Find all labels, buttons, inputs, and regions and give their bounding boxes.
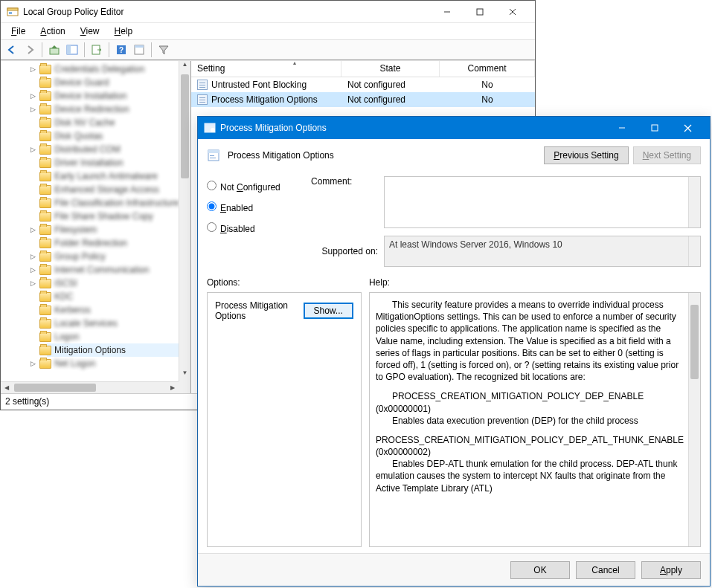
help-label: Help: <box>369 277 701 288</box>
col-state[interactable]: State <box>341 61 440 77</box>
show-button[interactable]: Show... <box>304 303 353 319</box>
expander-icon[interactable]: ▷ <box>29 360 36 367</box>
tree-item[interactable]: ▷Device Redirection <box>47 103 190 116</box>
folder-icon <box>39 306 51 315</box>
filter-button[interactable] <box>155 42 172 58</box>
folder-icon <box>39 105 51 114</box>
tree-item[interactable]: Device Guard <box>47 76 190 89</box>
tree-item-label: KDC <box>54 291 73 302</box>
expander-icon[interactable]: ▷ <box>29 65 36 73</box>
tree-item[interactable]: File Classification Infrastructure <box>47 196 190 210</box>
menu-view[interactable]: View <box>73 25 107 38</box>
folder-icon <box>39 252 51 262</box>
comment-scrollbar[interactable] <box>688 177 700 227</box>
dialog-footer: OK Cancel Apply <box>198 553 710 586</box>
options-box: Process Mitigation Options Show... <box>207 292 362 547</box>
folder-icon <box>39 91 51 101</box>
tree-item[interactable]: Folder Redirection <box>47 236 190 250</box>
next-setting-button: Next Setting <box>633 146 701 164</box>
tree-item-label: Group Policy <box>54 251 106 262</box>
svg-rect-23 <box>208 150 219 153</box>
folder-icon <box>39 145 51 155</box>
comment-textarea[interactable] <box>384 176 701 228</box>
tree-item[interactable]: ▷Group Policy <box>47 250 190 263</box>
folder-icon <box>39 346 51 355</box>
expander-icon[interactable]: ▷ <box>29 280 36 287</box>
dialog-maximize-button[interactable] <box>638 117 671 138</box>
tree-vertical-scrollbar[interactable]: ▲▼ <box>179 61 190 381</box>
tree-item[interactable]: Early Launch Antimalware <box>47 169 190 183</box>
help-paragraph: This security feature provides a means t… <box>376 299 684 383</box>
tree-item[interactable]: ▷Device Installation <box>47 89 190 103</box>
minimize-button[interactable] <box>431 1 464 22</box>
radio-enabled[interactable]: Enabled <box>207 201 304 213</box>
tree-item[interactable]: KDC <box>47 290 190 303</box>
col-comment[interactable]: Comment <box>440 61 535 77</box>
tree-item[interactable]: Disk NV Cache <box>47 116 190 129</box>
dialog-minimize-button[interactable] <box>606 117 638 138</box>
options-item-label: Process Mitigation Options <box>215 300 296 321</box>
expander-icon[interactable]: ▷ <box>29 106 36 113</box>
folder-icon <box>39 239 51 248</box>
tree-item[interactable]: Locale Services <box>47 317 190 330</box>
help-scrollbar[interactable] <box>688 293 700 546</box>
tree-item[interactable]: Kerberos <box>47 303 190 317</box>
tree-item[interactable]: ▷Distributed COM <box>47 143 190 156</box>
comment-label: Comment: <box>311 176 378 187</box>
help-paragraph: Enables DEP-ATL thunk emulation for the … <box>376 458 684 494</box>
export-button[interactable] <box>89 42 105 58</box>
folder-icon <box>39 65 51 74</box>
cancel-button[interactable]: Cancel <box>576 561 635 579</box>
apply-button[interactable]: Apply <box>641 561 701 579</box>
tree-item[interactable]: Driver Installation <box>47 156 190 169</box>
folder-icon <box>39 292 51 302</box>
folder-icon <box>39 225 51 235</box>
radio-not-configured[interactable]: Not Configured <box>207 181 304 193</box>
list-row[interactable]: Process Mitigation OptionsNot configured… <box>191 92 535 107</box>
dialog-close-button[interactable] <box>671 117 704 138</box>
expander-icon[interactable]: ▷ <box>29 92 36 100</box>
forward-button[interactable] <box>22 42 38 58</box>
tree-item[interactable]: ▷Credentials Delegation <box>47 62 190 76</box>
close-button[interactable] <box>496 1 529 22</box>
tree-item-selected[interactable]: Mitigation Options <box>47 343 190 357</box>
menu-action[interactable]: Action <box>33 25 72 38</box>
menu-file[interactable]: File <box>4 25 33 38</box>
tree-item[interactable]: ▷Internet Communication <box>47 263 190 277</box>
toolbar: ? <box>1 39 535 60</box>
tree-item[interactable]: ▷iSCSI <box>47 277 190 290</box>
setting-name: Untrusted Font Blocking <box>211 80 307 90</box>
previous-setting-button[interactable]: Previous Setting <box>544 146 628 164</box>
help-button[interactable]: ? <box>113 42 129 58</box>
tree-item[interactable]: File Share Shadow Copy <box>47 210 190 223</box>
expander-icon[interactable]: ▷ <box>29 146 36 153</box>
list-row[interactable]: Untrusted Font BlockingNot configuredNo <box>191 77 535 92</box>
supported-scrollbar[interactable] <box>688 236 700 266</box>
titlebar: Local Group Policy Editor <box>1 1 535 23</box>
tree-item[interactable]: ▷Filesystem <box>47 223 190 236</box>
radio-disabled[interactable]: Disabled <box>207 222 304 234</box>
expander-icon[interactable]: ▷ <box>29 226 36 233</box>
tree-horizontal-scrollbar[interactable]: ◀▶ <box>1 381 179 393</box>
tree-item-label: Kerberos <box>54 305 91 315</box>
expander-icon[interactable]: ▷ <box>29 253 36 260</box>
tree-item[interactable]: ▷Net Logon <box>47 357 190 370</box>
properties-button[interactable] <box>131 42 147 58</box>
back-button[interactable] <box>4 42 20 58</box>
menu-help[interactable]: Help <box>107 25 141 38</box>
tree-item-label: Filesystem <box>54 224 97 235</box>
tree-item-label: Device Redirection <box>54 104 129 114</box>
tree-item[interactable]: Enhanced Storage Access <box>47 183 190 196</box>
policy-header-title: Process Mitigation Options <box>228 150 539 161</box>
expander-icon[interactable]: ▷ <box>29 266 36 274</box>
help-paragraph: PROCESS_CREATION_MITIGATION_POLICY_DEP_A… <box>376 434 684 458</box>
tree-item[interactable]: Logon <box>47 330 190 343</box>
tree-item[interactable]: Disk Quotas <box>47 129 190 143</box>
ok-button[interactable]: OK <box>510 561 570 579</box>
setting-icon <box>197 80 208 90</box>
show-hide-tree-button[interactable] <box>64 42 80 58</box>
maximize-button[interactable] <box>464 1 496 22</box>
up-button[interactable] <box>46 42 62 58</box>
col-setting[interactable]: Setting▴ <box>191 61 341 77</box>
folder-icon <box>39 158 51 168</box>
